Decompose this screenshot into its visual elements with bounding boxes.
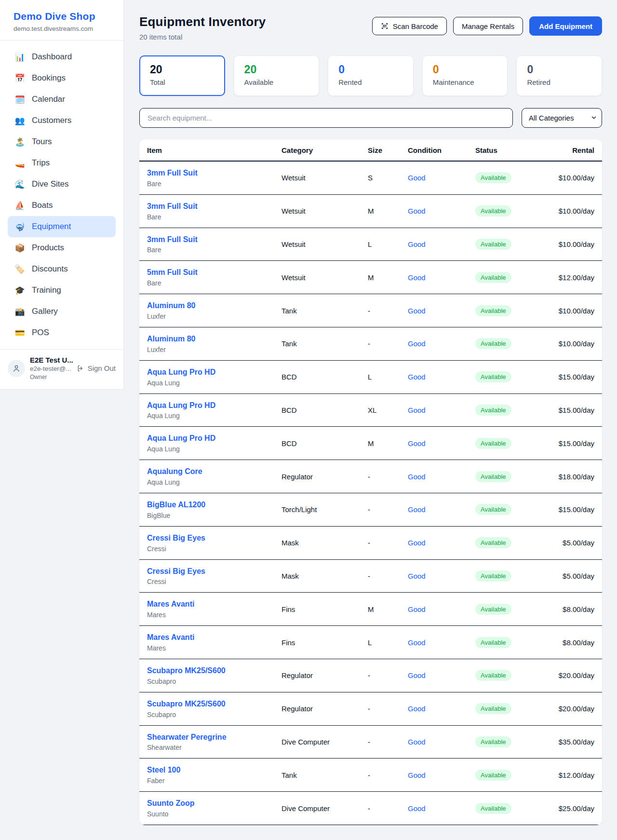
condition-cell: Good <box>408 439 475 447</box>
brand-link[interactable]: Demo Dive Shop <box>13 11 110 22</box>
sidebar-nav-item[interactable]: 📊 Dashboard <box>8 46 116 68</box>
item-cell: 3mm Full Suit Bare <box>147 168 282 188</box>
table-row: 3mm Full Suit Bare Wetsuit M Good Availa… <box>139 195 602 228</box>
search-input[interactable] <box>139 108 513 128</box>
category-cell: Tank <box>282 307 368 315</box>
item-name-link[interactable]: 3mm Full Suit <box>147 202 282 212</box>
sidebar-nav-item[interactable]: 📅 Bookings <box>8 68 116 89</box>
condition-cell: Good <box>408 638 475 647</box>
condition-cell: Good <box>408 373 475 381</box>
item-name-link[interactable]: 3mm Full Suit <box>147 235 282 245</box>
item-name-link[interactable]: Aluminum 80 <box>147 334 282 344</box>
sidebar-nav-item[interactable]: 🌊 Dive Sites <box>8 174 116 195</box>
size-cell: - <box>368 505 408 514</box>
nav-item-label: Boats <box>32 201 53 210</box>
nav-item-label: Training <box>32 285 61 295</box>
scan-barcode-button[interactable]: Scan Barcode <box>372 17 447 35</box>
table-row: Cressi Big Eyes Cressi Mask - Good Avail… <box>139 560 602 593</box>
sidebar-nav-item[interactable]: ⛵ Boats <box>8 195 116 216</box>
nav-item-icon: 👥 <box>14 116 25 126</box>
avatar <box>8 360 25 377</box>
status-cell: Available <box>475 471 548 482</box>
sidebar-nav-item[interactable]: 📸 Gallery <box>8 301 116 322</box>
status-cell: Available <box>475 670 548 681</box>
stat-label: Total <box>150 78 215 86</box>
category-cell: Dive Computer <box>282 804 368 813</box>
stat-card[interactable]: 0 Retired <box>516 55 602 96</box>
user-name: E2E Test U... <box>30 356 72 365</box>
nav-item-icon: ⛵ <box>14 201 25 211</box>
sidebar-nav-item[interactable]: 📦 Products <box>8 237 116 258</box>
sidebar-nav-item[interactable]: 🏷️ Discounts <box>8 258 116 280</box>
col-header-condition: Condition <box>408 146 475 154</box>
table-row: Aqua Lung Pro HD Aqua Lung BCD M Good Av… <box>139 427 602 460</box>
item-name-link[interactable]: Aqua Lung Pro HD <box>147 434 282 444</box>
item-name-link[interactable]: Aqua Lung Pro HD <box>147 401 282 411</box>
table-row: Scubapro MK25/S600 Scubapro Regulator - … <box>139 692 602 726</box>
item-name-link[interactable]: Suunto Zoop <box>147 799 282 809</box>
item-name-link[interactable]: Cressi Big Eyes <box>147 533 282 543</box>
stat-label: Available <box>244 78 309 86</box>
status-cell: Available <box>475 172 548 183</box>
item-name-link[interactable]: 3mm Full Suit <box>147 168 282 178</box>
item-name-link[interactable]: Aqualung Core <box>147 467 282 477</box>
nav-item-icon: 🏷️ <box>14 264 25 274</box>
rental-cell: $10.00/day <box>548 207 594 215</box>
size-cell: - <box>368 771 408 779</box>
table-row: Mares Avanti Mares Fins L Good Available… <box>139 626 602 659</box>
user-role: Owner <box>30 374 72 381</box>
item-name-link[interactable]: Scubapro MK25/S600 <box>147 699 282 709</box>
page-title: Equipment Inventory <box>139 14 266 29</box>
condition-cell: Good <box>408 771 475 779</box>
item-brand: BigBlue <box>147 512 282 519</box>
item-name-link[interactable]: Cressi Big Eyes <box>147 567 282 577</box>
item-brand: Aqua Lung <box>147 478 282 486</box>
category-select[interactable]: All Categories <box>522 108 602 128</box>
status-cell: Available <box>475 770 548 781</box>
status-badge: Available <box>475 770 511 781</box>
item-name-link[interactable]: Mares Avanti <box>147 633 282 643</box>
item-name-link[interactable]: Aluminum 80 <box>147 301 282 311</box>
manage-rentals-button[interactable]: Manage Rentals <box>453 17 523 35</box>
stat-value: 20 <box>150 63 215 76</box>
status-cell: Available <box>475 803 548 814</box>
item-name-link[interactable]: Aqua Lung Pro HD <box>147 367 282 378</box>
category-cell: Wetsuit <box>282 240 368 248</box>
status-cell: Available <box>475 736 548 747</box>
sidebar-nav-item[interactable]: 💳 POS <box>8 322 116 343</box>
rental-cell: $8.00/day <box>548 638 594 647</box>
item-name-link[interactable]: 5mm Full Suit <box>147 268 282 278</box>
sidebar-nav-item[interactable]: 🤿 Equipment <box>8 216 116 237</box>
add-equipment-button[interactable]: Add Equipment <box>529 16 602 36</box>
condition-cell: Good <box>408 804 475 813</box>
sidebar-nav-item[interactable]: 🚤 Trips <box>8 152 116 174</box>
item-cell: Scubapro MK25/S600 Scubapro <box>147 699 282 718</box>
sidebar-nav-item[interactable]: 👥 Customers <box>8 110 116 131</box>
sign-out-button[interactable]: Sign Out <box>77 364 116 372</box>
table-row: Aqua Lung Pro HD Aqua Lung BCD L Good Av… <box>139 361 602 394</box>
sidebar-nav-item[interactable]: 🎓 Training <box>8 280 116 301</box>
condition-cell: Good <box>408 605 475 613</box>
stat-card[interactable]: 0 Rented <box>328 55 414 96</box>
stat-card[interactable]: 20 Total <box>139 55 225 96</box>
stat-card[interactable]: 20 Available <box>234 55 320 96</box>
status-badge: Available <box>475 670 511 681</box>
nav-item-label: Calendar <box>32 95 65 104</box>
rental-cell: $25.00/day <box>548 804 594 813</box>
stat-card[interactable]: 0 Maintenance <box>422 55 508 96</box>
nav-item-icon: 🎓 <box>14 285 25 296</box>
status-cell: Available <box>475 272 548 283</box>
item-name-link[interactable]: Shearwater Peregrine <box>147 732 282 743</box>
barcode-icon <box>381 22 389 30</box>
item-name-link[interactable]: Steel 100 <box>147 765 282 775</box>
table-row: Shearwater Peregrine Shearwater Dive Com… <box>139 726 602 759</box>
brand-domain: demo.test.divestreams.com <box>13 25 110 32</box>
item-name-link[interactable]: Scubapro MK25/S600 <box>147 666 282 676</box>
sidebar-nav-item[interactable]: 🗓️ Calendar <box>8 89 116 110</box>
nav-item-label: Customers <box>32 116 71 125</box>
sidebar-nav-item[interactable]: 🏝️ Tours <box>8 131 116 152</box>
item-name-link[interactable]: Mares Avanti <box>147 599 282 610</box>
status-badge: Available <box>475 405 511 416</box>
item-name-link[interactable]: BigBlue AL1200 <box>147 500 282 510</box>
filters-row: All Categories <box>139 108 602 128</box>
